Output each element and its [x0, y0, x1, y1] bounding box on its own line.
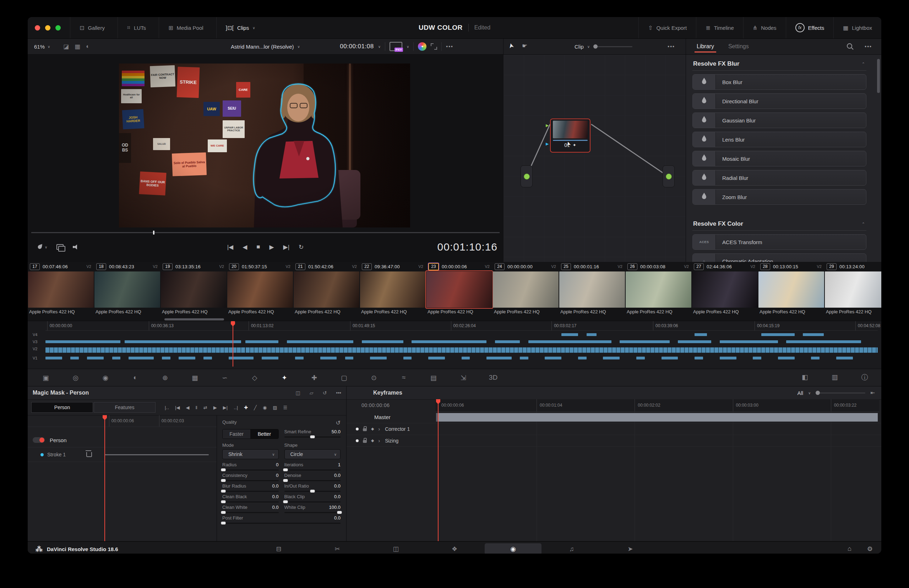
- timeline-clip[interactable]: 19 03:13:35:16 V2 Apple ProRes 422 HQ: [160, 262, 227, 318]
- expand-viewer-icon[interactable]: [431, 43, 437, 50]
- video-frame[interactable]: FAIR CONTRACT NOW STRIKE Healthcare for …: [119, 63, 410, 228]
- grid-viewer-icon[interactable]: ▦: [74, 43, 80, 50]
- clip-thumbnail[interactable]: [94, 271, 160, 308]
- toolbar-button[interactable]: ⋔ Nodes: [743, 17, 786, 38]
- single-viewer-icon[interactable]: ◪: [63, 43, 69, 50]
- clip-segment[interactable]: [428, 357, 445, 359]
- clip-segment[interactable]: [295, 357, 303, 359]
- clip-segment[interactable]: [204, 357, 212, 359]
- clip-segment[interactable]: [179, 357, 195, 359]
- parameter-slider[interactable]: [222, 491, 279, 492]
- timeline-track[interactable]: V2: [28, 346, 881, 354]
- mode-dropdown[interactable]: Shrink∨: [222, 449, 279, 459]
- parameter-slider[interactable]: [285, 512, 341, 513]
- page-button[interactable]: ❖: [426, 543, 483, 554]
- parameter-slider[interactable]: [222, 470, 279, 470]
- timeline-clip[interactable]: 21 01:50:42:06 V2 Apple ProRes 422 HQ: [293, 262, 360, 318]
- transport-button[interactable]: |◀: [227, 244, 234, 251]
- chevron-down-icon[interactable]: ∨: [378, 45, 381, 48]
- transport-button[interactable]: ◀: [243, 244, 247, 251]
- library-section-header[interactable]: Resolve FX Blur ⌃: [692, 55, 866, 71]
- library-tab[interactable]: Library: [696, 40, 715, 53]
- clip-thumbnail[interactable]: [28, 271, 94, 308]
- close-window-button[interactable]: [35, 25, 40, 31]
- magic-mask-tab[interactable]: Person: [31, 402, 93, 413]
- mask-transport-icon[interactable]: |‥: [165, 405, 169, 410]
- transport-button[interactable]: ▶|: [283, 244, 290, 251]
- mask-transport-icon[interactable]: ◉: [263, 405, 267, 410]
- slider-knob[interactable]: [337, 511, 341, 514]
- keyframe-track-row[interactable]: ◆ › Sizing: [346, 435, 881, 447]
- parameter-slider[interactable]: [285, 501, 341, 502]
- stroke-duration-bar[interactable]: [105, 454, 209, 455]
- clip-segment[interactable]: [636, 357, 644, 359]
- header-icon[interactable]: ▱: [310, 390, 314, 396]
- clip-thumbnail[interactable]: [825, 271, 881, 308]
- header-icon[interactable]: •••: [336, 390, 341, 396]
- chevron-down-icon[interactable]: ∨: [587, 45, 590, 48]
- page-button[interactable]: ♫: [543, 543, 600, 554]
- minimize-window-button[interactable]: [45, 25, 50, 31]
- scrollbar-thumb[interactable]: [164, 318, 224, 320]
- page-button[interactable]: ⊟: [250, 543, 307, 554]
- track-lane[interactable]: [45, 333, 878, 336]
- clip-segment[interactable]: [786, 340, 861, 343]
- current-clip-select[interactable]: Astrid Mann...lor (Resolve) ∨: [231, 39, 300, 54]
- mask-transport-icon[interactable]: ▶: [214, 405, 217, 410]
- clip-segment[interactable]: [129, 357, 154, 359]
- clip-thumbnail[interactable]: [493, 271, 558, 308]
- palette-icon[interactable]: ⓘ: [859, 373, 871, 382]
- slider-knob[interactable]: [221, 522, 226, 525]
- toolbar-button[interactable]: ⊞ Media Pool: [159, 17, 216, 38]
- effect-list-item[interactable]: ACES ACES Transform: [692, 234, 866, 250]
- page-button[interactable]: ◉: [485, 543, 542, 554]
- palette-icon[interactable]: ✚: [308, 374, 320, 382]
- parameter-slider[interactable]: [222, 480, 279, 481]
- palette-icon[interactable]: ▥: [829, 373, 841, 382]
- delete-stroke-icon[interactable]: [86, 452, 92, 457]
- palette-icon[interactable]: ≈: [398, 374, 410, 382]
- clip-thumbnail[interactable]: [161, 271, 226, 308]
- header-icon[interactable]: ↺: [323, 390, 327, 396]
- parameter-slider[interactable]: [222, 512, 279, 513]
- keyframes-playhead[interactable]: [438, 399, 438, 541]
- clip-thumbnail[interactable]: [227, 271, 293, 308]
- clip-segment[interactable]: [811, 357, 819, 359]
- pan-tool-icon[interactable]: ☛: [522, 42, 527, 50]
- library-scrollbar[interactable]: [877, 59, 880, 93]
- library-tab[interactable]: Settings: [728, 40, 750, 53]
- keyframes-filter[interactable]: All: [797, 390, 803, 396]
- clip-thumbnail[interactable]: [294, 271, 359, 308]
- clip-segment[interactable]: [694, 357, 703, 359]
- palette-icon[interactable]: ◉: [99, 374, 112, 382]
- magic-mask-tab[interactable]: Features: [94, 402, 155, 413]
- expand-chevron-icon[interactable]: ›: [378, 426, 380, 432]
- clip-segment[interactable]: [345, 357, 353, 359]
- mask-transport-icon[interactable]: ✚: [244, 405, 248, 410]
- collapse-panel-icon[interactable]: ⇤: [870, 389, 875, 396]
- node-zoom-slider[interactable]: [594, 46, 632, 47]
- palette-icon[interactable]: ◎: [70, 374, 82, 382]
- viewer-zoom-select[interactable]: 61% ∨: [34, 39, 50, 54]
- clip-segment[interactable]: [761, 333, 795, 336]
- parameter-slider[interactable]: [285, 470, 341, 470]
- clip-strip-scrollbar[interactable]: [28, 318, 881, 321]
- rgb-input-port[interactable]: ▶: [546, 123, 548, 128]
- clip-thumbnail[interactable]: [626, 271, 691, 308]
- mask-stroke-track[interactable]: Stroke 1: [28, 447, 217, 462]
- clip-segment[interactable]: [720, 357, 736, 359]
- slider-knob[interactable]: [310, 490, 315, 493]
- search-icon[interactable]: [847, 43, 852, 48]
- clip-thumbnail[interactable]: [759, 271, 824, 308]
- palette-icon[interactable]: ▢: [338, 374, 350, 382]
- clip-segment[interactable]: [778, 357, 795, 359]
- clip-segment[interactable]: [112, 357, 120, 359]
- clip-segment[interactable]: [545, 357, 561, 359]
- slider-knob[interactable]: [283, 468, 288, 471]
- timeline-clip[interactable]: 29 00:13:24:00 V2 Apple ProRes 422 HQ: [825, 262, 881, 318]
- clip-segment[interactable]: [495, 340, 520, 343]
- effect-list-item[interactable]: Mosaic Blur: [692, 151, 866, 166]
- palette-icon[interactable]: ◇: [249, 374, 260, 382]
- palette-icon[interactable]: ⊙: [368, 374, 380, 382]
- clip-segment[interactable]: [412, 340, 487, 343]
